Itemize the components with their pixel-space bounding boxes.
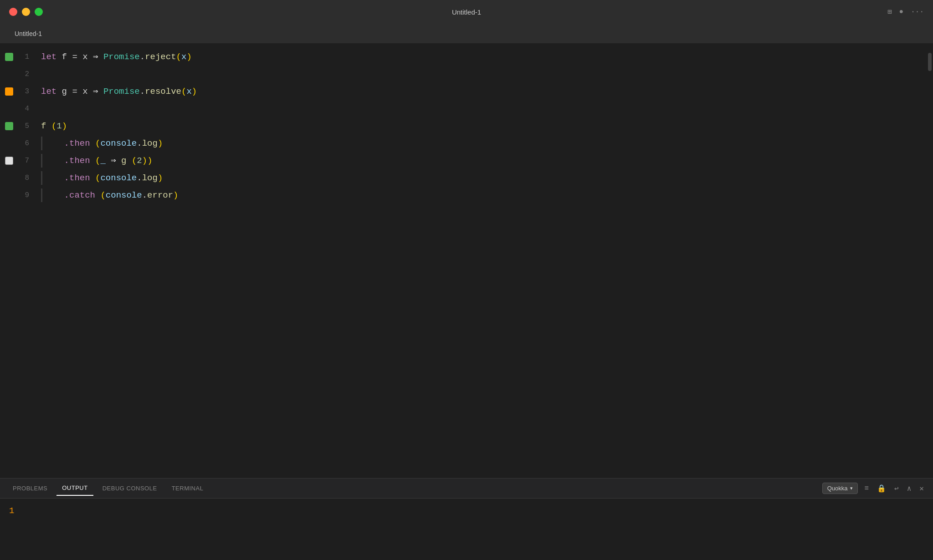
bp-row-7[interactable] — [0, 152, 18, 169]
split-editor-icon[interactable]: ⊞ — [887, 7, 892, 16]
breakpoint-3[interactable] — [5, 87, 13, 96]
maximize-button[interactable] — [35, 8, 43, 16]
bp-row-4 — [0, 100, 18, 117]
bp-row-5[interactable] — [0, 117, 18, 135]
circle-icon: ● — [899, 8, 904, 16]
wrap-icon[interactable]: ↩ — [892, 482, 901, 495]
line-num-7: 7 — [18, 152, 34, 169]
tab-problems[interactable]: PROBLEMS — [7, 481, 53, 495]
breakpoints-gutter — [0, 48, 18, 478]
line-num-4: 4 — [18, 100, 34, 117]
main-area: 1 2 3 4 5 6 7 8 9 let f = x ⇒ Promise — [0, 44, 933, 478]
console-8: console — [100, 169, 137, 187]
line-num-2: 2 — [18, 66, 34, 83]
paren-7a: ( — [95, 152, 100, 169]
output-line-number: 1 — [9, 506, 14, 516]
paren-6a: ( — [95, 135, 100, 152]
space-7d — [127, 152, 132, 169]
paren-2: ) — [186, 48, 191, 66]
paren-7c: )) — [142, 152, 153, 169]
space-7c — [116, 152, 121, 169]
tab-output[interactable]: OUTPUT — [56, 481, 93, 496]
dot-8: . — [137, 169, 142, 187]
code-line-6: .then ( console . log ) — [41, 135, 927, 152]
paren-8a: ( — [95, 169, 100, 187]
param-x-1: x — [181, 48, 186, 66]
filter-icon[interactable]: ≡ — [862, 483, 871, 494]
editor-tab[interactable]: Untitled-1 — [7, 26, 49, 41]
kw-let-3: let — [41, 83, 56, 100]
code-line-1: let f = x ⇒ Promise . reject ( x ) — [41, 48, 927, 66]
paren-3: ( — [181, 83, 186, 100]
scrollbar[interactable] — [927, 48, 933, 478]
close-panel-icon[interactable]: ✕ — [918, 482, 926, 495]
code-line-9: .catch ( console . error ) — [41, 187, 927, 204]
breakpoint-7[interactable] — [5, 157, 13, 165]
dot-6: . — [137, 135, 142, 152]
indent-6 — [43, 135, 64, 152]
dot-3: . — [140, 83, 145, 100]
log-6: log — [142, 135, 158, 152]
line-num-8: 8 — [18, 169, 34, 187]
paren-7b: ( — [132, 152, 137, 169]
space-7b — [106, 152, 111, 169]
line-num-9: 9 — [18, 187, 34, 204]
tab-label: Untitled-1 — [15, 30, 42, 37]
editor-content: 1 2 3 4 5 6 7 8 9 let f = x ⇒ Promise — [0, 44, 933, 478]
underscore-7: _ — [100, 152, 105, 169]
code-lines[interactable]: let f = x ⇒ Promise . reject ( x ) let — [41, 48, 927, 478]
paren-5: ( — [51, 117, 56, 135]
bp-row-9 — [0, 187, 18, 204]
chevron-up-icon[interactable]: ∧ — [905, 482, 913, 495]
code-line-7: .then ( _ ⇒ g ( 2 )) — [41, 152, 927, 169]
bp-row-8 — [0, 169, 18, 187]
bp-row-3[interactable] — [0, 83, 18, 100]
paren-1: ( — [176, 48, 181, 66]
resolve-fn: resolve — [145, 83, 181, 100]
tab-debug-console[interactable]: DEBUG CONSOLE — [97, 481, 163, 495]
indent-bar-7 — [41, 154, 42, 168]
panel-controls: Quokka ▾ ≡ 🔒 ↩ ∧ ✕ — [822, 482, 926, 495]
indent-bar-9 — [41, 188, 42, 202]
num-2: 2 — [137, 152, 142, 169]
lock-icon[interactable]: 🔒 — [875, 482, 888, 495]
error-9: error — [147, 187, 173, 204]
paren-9b: ) — [173, 187, 178, 204]
breakpoint-1[interactable] — [5, 53, 13, 61]
traffic-lights — [9, 8, 43, 16]
indent-9 — [43, 187, 64, 204]
more-actions-icon[interactable]: ··· — [911, 8, 924, 16]
bp-row-2 — [0, 66, 18, 83]
space-5 — [46, 117, 51, 135]
fn-g-7: g — [121, 152, 126, 169]
arrow-1: ⇒ — [93, 48, 98, 66]
kw-let-1: let — [41, 48, 56, 66]
title-bar-actions: ⊞ ● ··· — [887, 7, 924, 16]
dot-then-7: .then — [64, 152, 90, 169]
tab-terminal[interactable]: TERMINAL — [166, 481, 209, 495]
line-num-1: 1 — [18, 48, 34, 66]
num-1: 1 — [56, 117, 62, 135]
line-num-3: 3 — [18, 83, 34, 100]
tab-bar: Untitled-1 — [0, 24, 933, 44]
indent-8 — [43, 169, 64, 187]
paren-6: ) — [62, 117, 67, 135]
code-line-4 — [41, 100, 927, 117]
breakpoint-5[interactable] — [5, 122, 13, 130]
bp-row-1[interactable] — [0, 48, 18, 66]
code-space-3 — [98, 83, 103, 100]
line-numbers: 1 2 3 4 5 6 7 8 9 — [18, 48, 41, 478]
paren-9a: ( — [100, 187, 105, 204]
close-button[interactable] — [9, 8, 17, 16]
code-space-1 — [98, 48, 103, 66]
line-num-6: 6 — [18, 135, 34, 152]
space-6 — [90, 135, 95, 152]
code-text-3: g = x — [56, 83, 93, 100]
quokka-dropdown[interactable]: Quokka ▾ — [822, 483, 858, 494]
panel-tabs: PROBLEMS OUTPUT DEBUG CONSOLE TERMINAL Q… — [0, 479, 933, 499]
scrollbar-thumb[interactable] — [928, 53, 932, 71]
editor[interactable]: 1 2 3 4 5 6 7 8 9 let f = x ⇒ Promise — [0, 44, 933, 478]
minimize-button[interactable] — [22, 8, 30, 16]
dot-then-6: .then — [64, 135, 90, 152]
dot-1: . — [140, 48, 145, 66]
